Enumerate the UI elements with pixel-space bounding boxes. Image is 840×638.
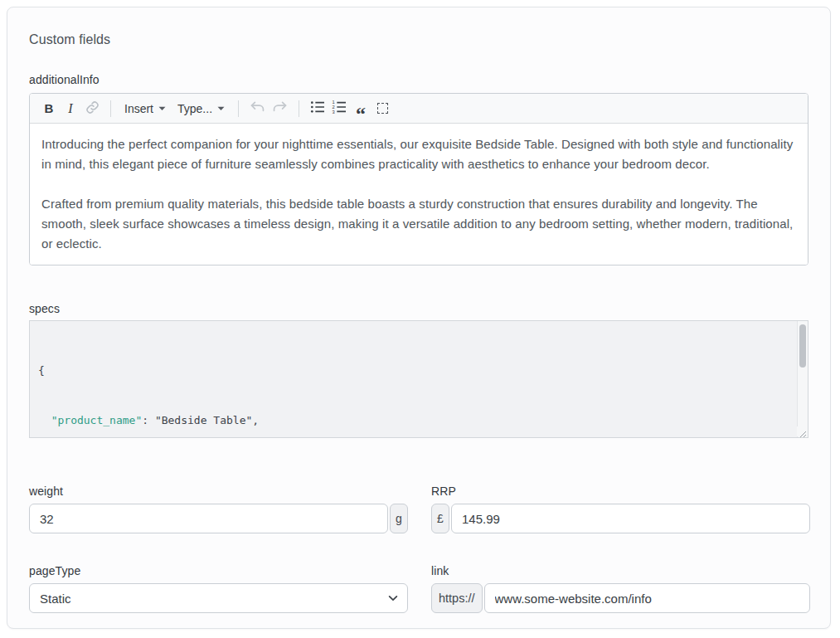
caret-down-icon [217, 106, 225, 111]
rrp-input[interactable] [451, 504, 810, 533]
rrp-field-group: RRP £ [431, 485, 810, 533]
rrp-label: RRP [431, 485, 810, 498]
bullet-list-icon [310, 100, 325, 116]
rte-paragraph: Crafted from premium quality materials, … [41, 194, 796, 254]
bold-button[interactable]: B [38, 97, 60, 120]
protocol-addon: https:// [431, 583, 483, 613]
currency-addon: £ [431, 504, 449, 533]
redo-button[interactable] [269, 97, 291, 120]
rich-text-editor: B I Insert Type... [29, 93, 808, 265]
dashed-box-icon [377, 103, 388, 114]
link-label: link [431, 564, 810, 577]
specs-code-textarea[interactable]: { "product_name": "Bedside Table", "mate… [29, 320, 808, 438]
additionalinfo-label: additionalInfo [29, 73, 808, 86]
rte-paragraph: Introducing the perfect companion for yo… [41, 134, 796, 174]
toolbar-divider [238, 100, 239, 117]
pagetype-select[interactable]: Static [29, 583, 408, 613]
weight-unit-addon: g [390, 504, 408, 533]
weight-input[interactable] [29, 504, 388, 533]
weight-field-group: weight g [29, 485, 408, 533]
code-line: "product_name": "Bedside Table", [38, 412, 796, 429]
insert-dropdown[interactable]: Insert [119, 97, 172, 120]
undo-icon [250, 100, 265, 117]
link-button[interactable] [81, 97, 103, 120]
specs-scrollbar-thumb[interactable] [799, 324, 806, 368]
rte-toolbar: B I Insert Type... [30, 94, 808, 124]
code-line: { [38, 363, 796, 379]
caret-down-icon [158, 106, 166, 111]
weight-label: weight [29, 485, 408, 498]
svg-text:3: 3 [333, 110, 335, 114]
card-title: Custom fields [29, 32, 808, 47]
fields-grid: weight g RRP £ pageType Static link [29, 485, 808, 613]
rte-content-area[interactable]: Introducing the perfect companion for yo… [30, 124, 808, 265]
specs-code-lines: { "product_name": "Bedside Table", "mate… [30, 321, 808, 438]
toolbar-divider [110, 100, 111, 117]
link-field-group: link https:// [431, 564, 810, 613]
pagetype-field-group: pageType Static [29, 564, 408, 613]
redo-icon [272, 100, 288, 117]
blockquote-button[interactable]: “ [350, 97, 371, 120]
resize-handle[interactable] [797, 426, 807, 436]
link-input[interactable] [484, 583, 810, 613]
specs-scrollbar-track [797, 321, 808, 437]
link-icon [85, 100, 100, 117]
undo-button[interactable] [246, 97, 269, 120]
container-block-button[interactable] [371, 97, 393, 120]
toolbar-divider [299, 100, 299, 117]
numbered-list-button[interactable]: 1 2 3 [328, 97, 350, 120]
numbered-list-icon: 1 2 3 [332, 100, 347, 116]
pagetype-label: pageType [29, 564, 408, 577]
italic-button[interactable]: I [60, 97, 81, 120]
bullet-list-button[interactable] [307, 97, 328, 120]
specs-label: specs [29, 302, 808, 315]
custom-fields-card: Custom fields additionalInfo B I Insert [7, 7, 831, 629]
type-dropdown[interactable]: Type... [172, 97, 231, 120]
